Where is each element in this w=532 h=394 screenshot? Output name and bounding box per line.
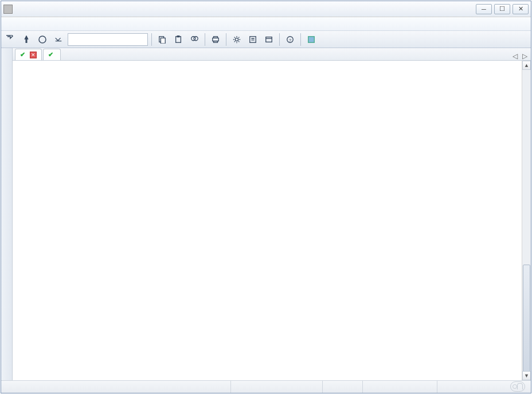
disconnect-icon[interactable] — [36, 33, 49, 46]
status-size — [362, 381, 437, 393]
quick-connect-icon[interactable] — [19, 33, 33, 46]
status-cursor — [322, 381, 362, 393]
main-window: ─ ☐ ✕ ? — [1, 1, 531, 393]
menu-bar — [1, 17, 531, 31]
toolbar-separator — [151, 33, 152, 46]
status-connection — [230, 381, 322, 393]
connected-icon: ✔ — [48, 51, 53, 58]
svg-rect-10 — [250, 36, 256, 42]
svg-rect-7 — [214, 36, 218, 38]
svg-point-5 — [194, 36, 198, 40]
vertical-scrollbar[interactable]: ▲ ▼ — [522, 61, 531, 380]
settings-icon[interactable] — [230, 33, 244, 46]
toolbar-separator — [279, 33, 280, 46]
svg-rect-8 — [214, 41, 218, 42]
svg-point-9 — [235, 38, 238, 41]
toolbar-separator — [226, 33, 226, 46]
svg-rect-11 — [266, 37, 272, 42]
print-icon[interactable] — [209, 33, 222, 46]
reconnect-icon[interactable] — [3, 33, 17, 46]
svg-rect-3 — [177, 36, 179, 37]
title-bar[interactable]: ─ ☐ ✕ — [1, 1, 531, 17]
tab-scroll-left-icon[interactable]: ◁ — [513, 52, 518, 60]
toolbar: ? — [1, 31, 531, 48]
toolbar-separator — [205, 33, 205, 46]
connected-icon: ✔ — [20, 51, 25, 58]
scroll-up-icon[interactable]: ▲ — [522, 61, 531, 70]
app-icon — [3, 5, 13, 14]
tab-strip: ✔ ✕ ✔ ◁ ▷ — [13, 48, 531, 61]
scroll-thumb[interactable] — [523, 265, 530, 373]
svg-text:?: ? — [289, 37, 292, 42]
close-tab-icon[interactable]: ✕ — [30, 52, 37, 58]
svg-rect-6 — [213, 38, 219, 41]
maximize-button[interactable]: ☐ — [494, 4, 510, 14]
svg-rect-1 — [161, 38, 165, 44]
toggle-icon[interactable] — [304, 33, 318, 46]
svg-rect-2 — [176, 36, 181, 42]
new-session-icon[interactable] — [262, 33, 276, 46]
svg-rect-14 — [308, 36, 315, 42]
terminal-pane[interactable]: ▲ ▼ — [13, 61, 531, 380]
reconnect-all-icon[interactable] — [52, 33, 65, 46]
copy-icon[interactable] — [155, 33, 169, 46]
watermark — [510, 381, 527, 392]
toolbar-separator — [300, 33, 301, 46]
session-manager-tab[interactable] — [1, 48, 13, 380]
tab-scroll-right-icon[interactable]: ▷ — [522, 52, 527, 60]
find-icon[interactable] — [187, 33, 201, 46]
close-button[interactable]: ✕ — [513, 4, 529, 14]
paste-icon[interactable] — [171, 33, 185, 46]
scroll-track[interactable] — [522, 70, 531, 371]
tab-sw2[interactable]: ✔ — [43, 49, 61, 60]
session-options-icon[interactable] — [246, 33, 260, 46]
minimize-button[interactable]: ─ — [476, 4, 492, 14]
help-icon[interactable]: ? — [283, 33, 297, 46]
watermark-icon — [510, 381, 525, 392]
status-bar — [1, 380, 531, 393]
scroll-down-icon[interactable]: ▼ — [522, 371, 531, 380]
host-input[interactable] — [68, 33, 148, 46]
tab-sw1[interactable]: ✔ ✕ — [15, 49, 42, 60]
status-ready — [1, 381, 230, 393]
